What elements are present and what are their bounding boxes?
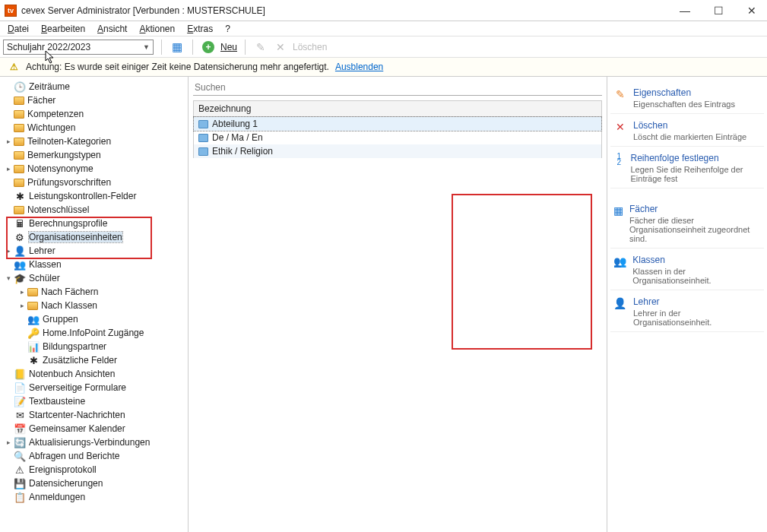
tree-item-label: Ereignisprotokoll bbox=[29, 464, 97, 475]
window-title: cevex Server Administrator [Verbunden : … bbox=[21, 5, 679, 16]
tree-item[interactable]: ▶⚠Ereignisprotokoll bbox=[0, 463, 188, 477]
form-icon: 📄 bbox=[14, 382, 26, 393]
tree-item[interactable]: ▶📅Gemeinsamer Kalender bbox=[0, 422, 188, 435]
folder-icon bbox=[198, 134, 208, 142]
action-desc: Lehrer in der Organisationseinheit. bbox=[633, 309, 761, 327]
action-icon: ✎ bbox=[613, 88, 627, 109]
folder-icon bbox=[14, 110, 24, 119]
action-löschen[interactable]: ✕LöschenLöscht die markierten Einträge bbox=[610, 116, 764, 147]
expand-icon[interactable]: ▸ bbox=[3, 247, 14, 255]
tree-item[interactable]: ▶📝Textbausteine bbox=[0, 394, 188, 408]
tree-item-label: Notensynonyme bbox=[27, 163, 93, 174]
data-grid[interactable]: BezeichnungAbteilung 1De / Ma / EnEthik … bbox=[193, 100, 602, 158]
action-title: Löschen bbox=[633, 120, 746, 131]
tree-item[interactable]: ▶✱Leistungskontrollen-Felder bbox=[0, 189, 188, 203]
action-lehrer[interactable]: 👤LehrerLehrer in der Organisationseinhei… bbox=[610, 292, 764, 332]
minimize-button[interactable]: — bbox=[679, 5, 691, 17]
folder-icon bbox=[14, 165, 24, 173]
tree-item-label: Textbausteine bbox=[29, 396, 85, 407]
delete-button[interactable]: ✕ bbox=[273, 40, 288, 55]
action-klassen[interactable]: 👥KlassenKlassen in der Organisationseinh… bbox=[610, 250, 764, 290]
maximize-button[interactable]: ☐ bbox=[712, 5, 724, 17]
tree-item[interactable]: ▶🖩Berechnungsprofile bbox=[0, 217, 188, 230]
tree-item[interactable]: ▶Bemerkungstypen bbox=[0, 148, 188, 162]
grid-row[interactable]: Abteilung 1 bbox=[194, 117, 601, 131]
tree-item[interactable]: ▶Notenschlüssel bbox=[0, 203, 188, 217]
tree-item[interactable]: ▸Notensynonyme bbox=[0, 162, 188, 176]
close-button[interactable]: ✕ bbox=[746, 5, 758, 17]
tree-item[interactable]: ▸Nach Klassen bbox=[0, 299, 188, 312]
menu-extras[interactable]: Extras bbox=[181, 22, 219, 36]
expand-icon[interactable]: ▸ bbox=[3, 138, 14, 145]
tree-item[interactable]: ▶Kompetenzen bbox=[0, 107, 188, 121]
tree-item[interactable]: ▶✱Zusätzliche Felder bbox=[0, 353, 188, 367]
tree-item[interactable]: ▶⚙Organisationseinheiten bbox=[0, 230, 188, 244]
tree-item[interactable]: ▶Fächer bbox=[0, 93, 188, 107]
tree-item[interactable]: ▶💾Datensicherungen bbox=[0, 477, 188, 490]
tree-item[interactable]: ▶📄Serverseitige Formulare bbox=[0, 381, 188, 394]
tree-item-label: Wichtungen bbox=[27, 122, 75, 133]
tree-item[interactable]: ▸Teilnoten-Kategorien bbox=[0, 135, 188, 148]
plus-icon: + bbox=[202, 41, 214, 53]
search-box bbox=[193, 80, 602, 96]
action-fächer[interactable]: ▦FächerFächer die dieser Organisationsei… bbox=[610, 199, 764, 249]
folder-icon bbox=[14, 124, 24, 132]
tree-item[interactable]: ▶✉Startcenter-Nachrichten bbox=[0, 408, 188, 422]
menu-ansicht[interactable]: Ansicht bbox=[91, 22, 133, 36]
tree-item-label: Organisationseinheiten bbox=[29, 232, 122, 242]
expand-icon[interactable]: ▸ bbox=[3, 165, 14, 173]
grid-row[interactable]: Ethik / Religion bbox=[194, 144, 601, 158]
expand-icon[interactable]: ▾ bbox=[3, 274, 14, 282]
menu-datei[interactable]: Datei bbox=[2, 22, 35, 36]
schoolyear-combo[interactable]: Schuljahr 2022/2023 ▼ bbox=[3, 40, 154, 55]
menu-aktionen[interactable]: Aktionen bbox=[133, 22, 181, 36]
delete-label: Löschen bbox=[293, 42, 327, 52]
tree-item[interactable]: ▶📒Notenbuch Ansichten bbox=[0, 367, 188, 381]
redstar-icon: ✱ bbox=[14, 191, 26, 201]
grid-view-button[interactable]: ▦ bbox=[170, 40, 185, 55]
expand-icon[interactable]: ▸ bbox=[3, 439, 14, 446]
tree-item-label: Prüfungsvorschriften bbox=[27, 177, 111, 188]
tree-item[interactable]: ▶👥Gruppen bbox=[0, 312, 188, 326]
new-button[interactable]: + bbox=[201, 40, 216, 55]
grid-column-header[interactable]: Bezeichnung bbox=[194, 100, 601, 117]
menu-bearbeiten[interactable]: Bearbeiten bbox=[35, 22, 91, 36]
tree-item-label: Leistungskontrollen-Felder bbox=[29, 191, 136, 201]
group-icon: 👥 bbox=[27, 314, 40, 325]
book-icon: 📒 bbox=[14, 369, 26, 379]
menu-?[interactable]: ? bbox=[219, 22, 236, 36]
tree-item-label: Kompetenzen bbox=[27, 109, 84, 119]
tree-item[interactable]: ▶👥Klassen bbox=[0, 258, 188, 271]
grid-row[interactable]: De / Ma / En bbox=[194, 131, 601, 144]
calc-icon: 🖩 bbox=[14, 218, 26, 229]
tree-item[interactable]: ▶📊Bildungspartner bbox=[0, 340, 188, 353]
tree-item[interactable]: ▾🎓Schüler bbox=[0, 271, 188, 285]
tree-item[interactable]: ▶📋Anmeldungen bbox=[0, 490, 188, 504]
new-label[interactable]: Neu bbox=[220, 42, 237, 52]
notice-hide-link[interactable]: Ausblenden bbox=[335, 62, 383, 72]
tree-item-label: Datensicherungen bbox=[29, 478, 103, 489]
tree-item-label: Notenschlüssel bbox=[27, 204, 89, 215]
tree-item[interactable]: ▶🕒Zeiträume bbox=[0, 80, 188, 93]
folder-icon bbox=[14, 179, 24, 187]
tree-item-label: Zusätzliche Felder bbox=[43, 355, 117, 366]
action-eigenschaften[interactable]: ✎EigenschaftenEigenschaften des Eintrags bbox=[610, 83, 764, 114]
action-reihenfolge-festlegen[interactable]: 12Reihenfolge festlegenLegen Sie die Rei… bbox=[610, 148, 764, 188]
tree-item[interactable]: ▶Prüfungsvorschriften bbox=[0, 176, 188, 189]
tree-item[interactable]: ▸👤Lehrer bbox=[0, 244, 188, 258]
tree-item[interactable]: ▶🔑Home.InfoPoint Zugänge bbox=[0, 326, 188, 340]
subfolder-icon bbox=[27, 288, 38, 296]
tree-item-label: Nach Klassen bbox=[41, 300, 97, 311]
action-desc: Fächer die dieser Organisationseinheit z… bbox=[629, 216, 761, 243]
tree-item[interactable]: ▸Nach Fächern bbox=[0, 285, 188, 299]
expand-icon[interactable]: ▸ bbox=[17, 288, 27, 296]
edit-button[interactable]: ✎ bbox=[253, 40, 268, 55]
sync-icon: 🔄 bbox=[14, 437, 26, 448]
tree-item[interactable]: ▸🔄Aktualisierungs-Verbindungen bbox=[0, 435, 188, 449]
tree-item[interactable]: ▶Wichtungen bbox=[0, 121, 188, 135]
tree-item[interactable]: ▶🔍Abfragen und Berichte bbox=[0, 449, 188, 463]
action-pane: ✎EigenschaftenEigenschaften des Eintrags… bbox=[607, 77, 767, 532]
search-input[interactable] bbox=[193, 80, 602, 96]
expand-icon[interactable]: ▸ bbox=[17, 302, 27, 309]
nav-tree[interactable]: ▶🕒Zeiträume▶Fächer▶Kompetenzen▶Wichtunge… bbox=[0, 77, 189, 532]
